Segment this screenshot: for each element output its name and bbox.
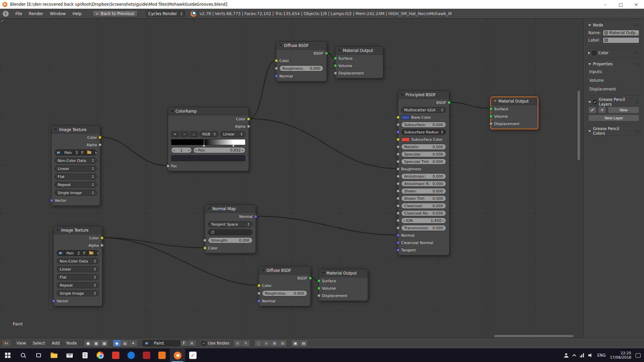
node-colorramp[interactable]: ColorRamp Color Alpha + − ↔ RGB Linear ◂…	[168, 107, 249, 171]
material-icon[interactable]	[143, 340, 152, 346]
base-color-swatch[interactable]	[401, 115, 410, 120]
vector-input-socket[interactable]	[50, 199, 53, 202]
menu-window[interactable]: Window	[47, 9, 69, 18]
surface-input-socket[interactable]	[489, 107, 493, 111]
material-name-field[interactable]: Paint	[152, 340, 180, 346]
properties-panel-header[interactable]: Properties	[586, 60, 642, 68]
node-header[interactable]: Material Output	[491, 97, 538, 105]
normal-output-socket[interactable]	[254, 215, 257, 218]
start-button[interactable]	[0, 349, 15, 362]
anisotropic-slider[interactable]: Anisotropic:0.000	[401, 173, 446, 179]
collapse-icon[interactable]	[208, 208, 210, 209]
collapse-icon[interactable]	[338, 50, 341, 51]
maximize-button[interactable]: □	[613, 0, 629, 9]
color-mode-select[interactable]: RGB	[199, 131, 219, 137]
specular-tint-input-socket[interactable]	[396, 160, 400, 163]
app-orange-button[interactable]	[154, 349, 170, 362]
proportional-edit-icon[interactable]: ◌	[255, 340, 263, 347]
surface-input-socket[interactable]	[317, 279, 321, 283]
pin-icon[interactable]: ⊙	[234, 340, 242, 347]
roughness-input-socket[interactable]	[257, 292, 261, 295]
ior-field[interactable]: ◂ IOR: 1.450 ▸	[401, 218, 446, 224]
collapse-icon[interactable]	[171, 110, 173, 112]
specular-tint-slider[interactable]: Specular Tint:0.000	[401, 159, 446, 165]
interpolation-select[interactable]: Linear	[57, 266, 99, 272]
sheen-slider[interactable]: Sheen:0.000	[401, 188, 446, 194]
collapse-icon[interactable]	[279, 45, 282, 46]
gp-colors-panel-header[interactable]: Grease Pencil Colors	[586, 127, 642, 135]
color-output-socket[interactable]	[100, 236, 104, 240]
open-image-icon[interactable]	[86, 150, 93, 155]
color-output-socket[interactable]	[247, 117, 250, 121]
node-material-output-3[interactable]: Material Output Surface Volume Displacem…	[319, 269, 368, 301]
uv-map-select[interactable]: ∅	[208, 229, 253, 235]
node-header[interactable]: Diffuse BSDF	[276, 42, 326, 50]
node-normal-map[interactable]: Normal Map Normal Tangent Space ∅ Streng…	[205, 204, 256, 253]
alpha-output-socket[interactable]	[98, 143, 102, 146]
clearcoat-slider[interactable]: Clearcoat:0.000	[401, 203, 446, 209]
app-red-button[interactable]	[108, 349, 123, 362]
collapse-icon[interactable]	[322, 272, 324, 274]
blender-taskbar-button[interactable]	[170, 349, 185, 362]
node-diffuse-bsdf-2[interactable]: Diffuse BSDF BSDF Color Roughness: 0.000…	[259, 266, 311, 306]
transmission-input-socket[interactable]	[396, 226, 400, 230]
editor-type-info-icon[interactable]: i	[3, 11, 9, 17]
volume-input-socket[interactable]	[317, 287, 321, 290]
check-app-button[interactable]: ✓	[185, 349, 201, 362]
add-gp-button[interactable]: +	[598, 107, 606, 113]
node-name-field[interactable]: Material Outp...	[603, 30, 639, 36]
subsurface-color-swatch[interactable]	[401, 137, 410, 142]
volume-icon[interactable]	[588, 353, 593, 357]
space-select[interactable]: Tangent Space	[208, 221, 253, 227]
anisotropic-input-socket[interactable]	[396, 175, 400, 178]
vector-input-socket[interactable]	[52, 299, 55, 303]
collapse-icon[interactable]	[401, 94, 404, 96]
color-checkbox[interactable]	[592, 51, 596, 55]
collapse-icon[interactable]	[494, 100, 496, 102]
users-count-button[interactable]: 3	[74, 150, 80, 155]
volume-input-socket[interactable]	[334, 64, 337, 67]
color-ramp-gradient[interactable]	[171, 139, 246, 145]
node-header[interactable]: Material Output	[335, 47, 383, 55]
bsdf-output-socket[interactable]	[309, 277, 312, 280]
fake-user-button[interactable]: F	[82, 250, 88, 256]
node-header[interactable]: Material Output	[319, 269, 368, 277]
strength-input-socket[interactable]	[203, 239, 207, 242]
menu-help[interactable]: Help	[69, 9, 85, 18]
panel-grip-icon[interactable]	[634, 51, 639, 55]
collapse-icon[interactable]	[262, 269, 264, 271]
collapse-icon[interactable]	[54, 129, 57, 130]
auto-render-icon[interactable]: ▤	[300, 340, 308, 347]
bsdf-output-socket[interactable]	[325, 52, 328, 55]
source-select[interactable]: Single Image	[55, 190, 97, 196]
sheen-tint-slider[interactable]: Sheen Tint:0.500	[401, 195, 446, 201]
projection-select[interactable]: Flat	[57, 274, 99, 280]
taskbar-clock[interactable]: 22:25 17/08/2018	[610, 351, 631, 360]
active-stop-index-field[interactable]: ◂ 1 ▸	[171, 147, 192, 153]
menu-select[interactable]: Select	[30, 338, 48, 348]
bsdf-output-socket[interactable]	[447, 101, 451, 104]
image-name[interactable]: Pain	[65, 250, 76, 256]
image-icon[interactable]	[55, 150, 63, 155]
node-image-texture-2[interactable]: Image Texture Color Alpha Pain 2 F × Non…	[53, 226, 102, 306]
node-panel-header[interactable]: Node	[586, 21, 642, 29]
people-icon[interactable]	[564, 353, 569, 358]
node-diffuse-bsdf-1[interactable]: Diffuse BSDF BSDF Color Roughness: 0.000…	[276, 41, 327, 81]
extension-select[interactable]: Repeat	[57, 282, 99, 288]
metallic-input-socket[interactable]	[396, 145, 400, 148]
stop-position-field[interactable]: ◂ Pos: 0.832 ▸	[193, 147, 246, 153]
menu-render[interactable]: Render	[25, 9, 47, 18]
gp-layers-panel-header[interactable]: ✓ Grease Pencil Layers	[586, 98, 642, 106]
panel-grip-icon[interactable]	[634, 23, 639, 27]
ramp-stop-selected[interactable]	[232, 139, 235, 146]
clearcoat-roughness-input-socket[interactable]	[396, 212, 400, 215]
language-indicator[interactable]: ENG	[597, 353, 606, 358]
overlay-icon[interactable]: ⊟	[279, 340, 287, 347]
users-count-button[interactable]: 2	[76, 250, 82, 256]
tangent-input-socket[interactable]	[396, 248, 400, 252]
object-shader-icon[interactable]: ◉	[113, 340, 121, 347]
surface-input-socket[interactable]	[334, 57, 337, 60]
color-output-socket[interactable]	[98, 136, 102, 139]
specular-input-socket[interactable]	[396, 153, 400, 156]
roughness-slider[interactable]: Roughness: 0.000	[279, 65, 323, 71]
